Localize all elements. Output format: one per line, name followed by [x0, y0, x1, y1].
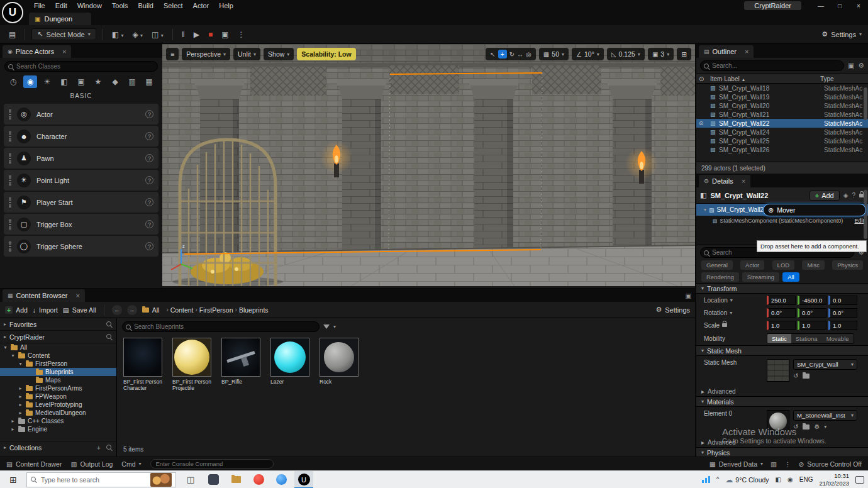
search-icon[interactable] — [106, 321, 113, 328]
mobility-option[interactable]: Stationa — [791, 334, 822, 343]
search-icon[interactable] — [106, 445, 113, 451]
place-actor-item[interactable]: ◎ Actor ? — [4, 104, 159, 125]
play-button[interactable]: ▶ — [191, 30, 202, 39]
viewport-scene[interactable]: z — [162, 44, 695, 286]
geometry-icon[interactable]: ◆ — [108, 75, 122, 88]
grid-snap-control[interactable]: ▦50▾ — [539, 48, 569, 60]
viewport-options-menu[interactable]: ≡ — [166, 48, 179, 60]
outliner-row[interactable]: ⊙ ▧ SM_Crypt_Wall18 StaticMeshAc — [696, 84, 868, 92]
rotate-tool-icon[interactable]: ↻ — [509, 51, 515, 58]
place-actor-item[interactable]: ☻ Character ? — [4, 126, 159, 147]
save-level-icon[interactable]: ▤ — [6, 30, 18, 39]
asset-item[interactable]: Rock — [320, 338, 360, 385]
help-icon[interactable]: ? — [145, 220, 153, 228]
menu-item[interactable]: Actor — [188, 2, 214, 9]
place-actor-item[interactable]: ⚑ Player Start ? — [4, 192, 159, 213]
outliner-tab[interactable]: ▤ Outliner × — [699, 45, 754, 58]
browse-to-asset-icon[interactable] — [803, 374, 810, 379]
forward-button[interactable]: → — [127, 305, 137, 315]
static-mesh-advanced-row[interactable]: ▸Advanced — [696, 386, 868, 396]
material-thumbnail[interactable] — [767, 410, 789, 433]
edit-component-link[interactable]: Edit — [854, 218, 864, 224]
close-icon[interactable]: × — [62, 48, 66, 55]
tree-item[interactable]: ▸ LevelPrototyping — [0, 401, 116, 409]
clear-search-icon[interactable]: ⊗ — [768, 206, 774, 214]
minimize-button[interactable]: — — [811, 3, 830, 9]
tree-item[interactable]: Blueprints — [0, 368, 116, 376]
tree-caret-icon[interactable]: ▸ — [18, 385, 23, 391]
material-dropdown[interactable]: M_StoneWall_Inst▾ — [793, 410, 857, 421]
menu-item[interactable]: Help — [214, 2, 238, 9]
outliner-row[interactable]: ⊙ ▧ SM_Crypt_Wall20 StaticMeshAc — [696, 101, 868, 110]
tree-caret-icon[interactable]: ▸ — [10, 418, 16, 424]
collections-row[interactable]: ▸ Collections + — [0, 441, 116, 453]
asset-item[interactable]: BP_First Person Character — [123, 338, 164, 391]
outliner-row[interactable]: ⊙ ▧ SM_Crypt_Wall26 StaticMeshAc — [696, 145, 868, 154]
visibility-eye-icon[interactable]: ⊙ — [699, 120, 710, 126]
close-button[interactable]: × — [849, 3, 868, 9]
tree-caret-icon[interactable]: ▾ — [18, 361, 23, 367]
world-space-toggle-icon[interactable]: ◎ — [526, 51, 531, 58]
browse-to-asset-icon[interactable] — [803, 424, 810, 430]
tree-item[interactable]: ▾ FirstPerson — [0, 360, 116, 368]
filter-chip[interactable]: All — [782, 272, 799, 282]
tree-caret-icon[interactable]: ▸ — [18, 394, 23, 399]
add-asset-button[interactable]: +Add — [5, 306, 28, 314]
scalability-warning-badge[interactable]: Scalability: Low — [297, 48, 355, 60]
scale-snap-control[interactable]: ◺0.125▾ — [607, 48, 645, 60]
type-column-header[interactable]: Type — [820, 75, 865, 82]
chevron-down-icon[interactable]: ▾ — [704, 207, 706, 213]
rotation-y-field[interactable]: 0.0° — [798, 308, 826, 318]
rotation-label[interactable]: Rotation▾ — [704, 309, 767, 316]
performance-icon[interactable]: ▥ — [771, 460, 777, 468]
editor-mode-dropdown[interactable]: ↖ Select Mode ▾ — [31, 28, 96, 40]
search-assets-input[interactable] — [134, 323, 319, 330]
menu-item[interactable]: Select — [159, 2, 188, 9]
import-button[interactable]: ↓Import — [33, 306, 58, 314]
location-x-field[interactable]: 250.0 — [767, 296, 796, 305]
rotation-z-field[interactable]: 0.0° — [828, 308, 857, 318]
visual-effects-icon[interactable]: ★ — [91, 75, 105, 88]
source-control-button[interactable]: ⊘Source Control Off — [798, 460, 862, 468]
stop-button[interactable]: ■ — [206, 30, 215, 39]
tree-caret-icon[interactable]: ▾ — [3, 345, 8, 350]
outliner-search[interactable] — [700, 60, 844, 71]
save-all-button[interactable]: ▤Save All — [63, 306, 96, 314]
tree-caret-icon[interactable]: ▾ — [10, 353, 16, 358]
unreal-taskbar-icon[interactable]: U — [294, 471, 313, 488]
camera-speed-control[interactable]: ▣3▾ — [648, 48, 674, 60]
view-options-icon[interactable]: ▾ — [333, 324, 336, 330]
static-mesh-thumbnail[interactable] — [767, 359, 789, 382]
tree-item[interactable]: ▾ All — [0, 343, 116, 352]
help-icon[interactable]: ? — [145, 154, 153, 162]
basic-icon[interactable]: ◉ — [23, 75, 37, 88]
filter-chip[interactable]: Streaming — [742, 272, 779, 282]
file-explorer-icon[interactable] — [226, 471, 245, 488]
outliner-settings-icon[interactable]: ⚙ — [858, 62, 864, 70]
menu-item[interactable]: Build — [133, 2, 159, 9]
tree-item[interactable]: Maps — [0, 376, 116, 384]
toolbar-settings-dropdown[interactable]: ⚙ Settings ▾ — [821, 30, 862, 38]
maximize-viewport-icon[interactable]: ⊞ — [677, 48, 691, 60]
place-actor-item[interactable]: ◯ Trigger Sphere ? — [4, 236, 159, 257]
outliner-search-input[interactable] — [712, 62, 843, 69]
tree-caret-icon[interactable]: ▸ — [18, 402, 23, 408]
content-browser-settings[interactable]: ⚙ Settings — [655, 306, 690, 314]
start-button[interactable]: ⊞ — [0, 475, 26, 485]
static-mesh-section-header[interactable]: ▾Static Mesh — [696, 345, 868, 356]
materials-advanced-row[interactable]: ▸Advanced — [696, 437, 868, 447]
scale-label[interactable]: Scale — [704, 322, 767, 329]
filter-chip[interactable]: General — [701, 260, 733, 270]
breadcrumb-item[interactable]: Blueprints — [239, 306, 269, 314]
derived-data-dropdown[interactable]: ▦Derived Data▾ — [709, 460, 763, 468]
scale-x-field[interactable]: 1.0 — [767, 321, 796, 330]
use-selected-icon[interactable]: ↺ — [793, 423, 798, 430]
menu-item[interactable]: Edit — [50, 2, 72, 9]
perspective-dropdown[interactable]: Perspective▾ — [182, 48, 230, 60]
component-search-box[interactable]: ⊗ Mover — [763, 204, 866, 216]
tree-item[interactable]: ▾ Content — [0, 352, 116, 360]
menu-item[interactable]: Tools — [107, 2, 133, 9]
view-mode-dropdown[interactable]: Unlit▾ — [233, 48, 260, 60]
close-icon[interactable]: × — [742, 177, 745, 185]
add-collection-icon[interactable]: + — [97, 444, 101, 452]
